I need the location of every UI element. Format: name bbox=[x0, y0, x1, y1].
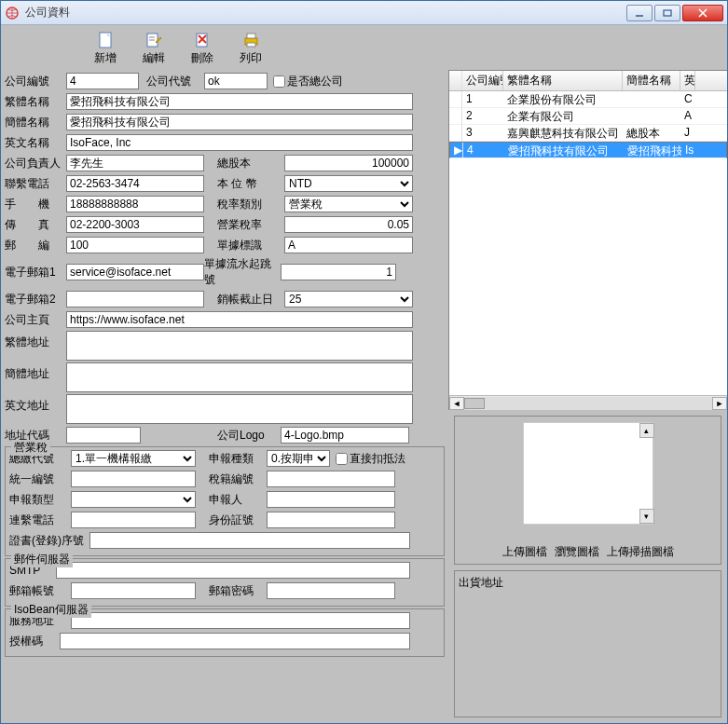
window-title: 公司資料 bbox=[25, 5, 626, 20]
cert-no-field[interactable] bbox=[89, 532, 410, 549]
group-mail-title: 郵件伺服器 bbox=[11, 552, 73, 567]
browse-image-button[interactable]: 瀏覽圖檔 bbox=[555, 544, 599, 560]
delete-button[interactable]: 刪除 bbox=[182, 30, 223, 66]
edit-button[interactable]: 編輯 bbox=[133, 30, 174, 66]
mail-acct-field[interactable] bbox=[71, 582, 196, 599]
company-table: 公司編號 繁體名稱 簡體名稱 英 1企業股份有限公司C2企業有限公司A3嘉興麒慧… bbox=[448, 70, 727, 410]
contact-phone-field[interactable] bbox=[71, 512, 196, 528]
report-type-select[interactable]: 0.按期申報 bbox=[267, 450, 330, 467]
sname-field[interactable] bbox=[66, 114, 413, 130]
app-icon bbox=[5, 6, 20, 20]
maximize-button[interactable] bbox=[654, 5, 680, 21]
label-homepage: 公司主頁 bbox=[5, 312, 62, 328]
preview-scroll-down-icon[interactable]: ▾ bbox=[639, 509, 654, 524]
image-preview-panel: ▴ ▾ 上傳圖檔 瀏覽圖檔 上傳掃描圖檔 bbox=[454, 416, 721, 565]
license-field[interactable] bbox=[60, 633, 410, 649]
saddr-area[interactable] bbox=[66, 362, 413, 392]
label-deduct: 直接扣抵法 bbox=[350, 451, 405, 467]
th-tname[interactable]: 繁體名稱 bbox=[503, 71, 623, 90]
th-sname[interactable]: 簡體名稱 bbox=[623, 71, 680, 90]
svc-addr-field[interactable] bbox=[71, 612, 410, 629]
addr-code-field[interactable] bbox=[66, 427, 141, 444]
tax-no-field[interactable] bbox=[267, 471, 395, 487]
deduct-checkbox[interactable] bbox=[336, 453, 348, 465]
scroll-left-icon[interactable]: ◄ bbox=[449, 397, 464, 410]
th-company-id[interactable]: 公司編號 bbox=[462, 71, 503, 90]
label-rpt-category: 申報類型 bbox=[9, 492, 67, 508]
is-head-checkbox[interactable] bbox=[273, 75, 285, 88]
scroll-right-icon[interactable]: ► bbox=[712, 397, 727, 410]
mail-pwd-field[interactable] bbox=[267, 582, 395, 599]
taddr-area[interactable] bbox=[66, 331, 413, 361]
ename-field[interactable] bbox=[66, 134, 413, 151]
minimize-button[interactable] bbox=[626, 5, 652, 21]
zip-field[interactable] bbox=[66, 237, 204, 253]
email2-field[interactable] bbox=[66, 291, 204, 307]
label-tax-type: 稅率類別 bbox=[217, 197, 281, 212]
agg-code-select[interactable]: 1.單一機構報繳 bbox=[71, 450, 196, 467]
id-no-field[interactable] bbox=[267, 512, 395, 528]
bill-start-field[interactable] bbox=[281, 264, 396, 280]
biz-tax-field[interactable] bbox=[284, 216, 413, 233]
label-biz-tax: 營業稅率 bbox=[217, 217, 281, 233]
phone-field[interactable] bbox=[66, 175, 204, 192]
bill-prefix-field[interactable] bbox=[284, 237, 413, 253]
logo-preview: ▴ ▾ bbox=[523, 422, 653, 525]
upload-image-button[interactable]: 上傳圖檔 bbox=[502, 544, 547, 560]
company-code-field[interactable] bbox=[204, 73, 268, 89]
scan-image-button[interactable]: 上傳掃描圖檔 bbox=[607, 544, 674, 560]
label-base-ccy: 本 位 幣 bbox=[217, 176, 281, 192]
logo-field[interactable] bbox=[281, 427, 409, 444]
close-button[interactable] bbox=[682, 5, 723, 21]
label-bill-prefix: 單據標識 bbox=[217, 238, 281, 253]
table-row[interactable]: ▶4愛招飛科技有限公司愛招飛科技有限Is bbox=[449, 142, 727, 158]
group-biz-tax-title: 營業稅 bbox=[11, 440, 50, 456]
label-taddr: 繁體地址 bbox=[5, 331, 62, 350]
label-logo: 公司Logo bbox=[217, 428, 277, 444]
add-button[interactable]: 新增 bbox=[85, 30, 126, 66]
print-button[interactable]: 列印 bbox=[230, 30, 271, 66]
tax-type-select[interactable]: 營業稅 bbox=[284, 196, 413, 212]
label-fax: 傳 真 bbox=[5, 217, 62, 233]
preview-scroll-up-icon[interactable]: ▴ bbox=[639, 423, 654, 438]
new-doc-icon bbox=[95, 30, 116, 50]
table-row[interactable]: 3嘉興麒慧科技有限公司總股本J bbox=[449, 125, 727, 142]
company-id-field[interactable] bbox=[66, 73, 139, 89]
label-company-code: 公司代號 bbox=[146, 74, 200, 89]
owner-field[interactable] bbox=[66, 155, 204, 171]
tname-field[interactable] bbox=[66, 93, 413, 110]
base-ccy-select[interactable]: NTD bbox=[284, 175, 413, 192]
close-day-select[interactable]: 25 bbox=[284, 291, 413, 307]
edit-label: 編輯 bbox=[143, 50, 165, 66]
label-contact-phone: 連繫電話 bbox=[9, 512, 67, 528]
print-label: 列印 bbox=[240, 50, 262, 66]
group-biz-tax: 營業稅 總繳代號 1.單一機構報繳 申報種類 0.按期申報 直接扣抵法 統一編號… bbox=[5, 446, 445, 556]
label-phone: 聯繫電話 bbox=[5, 176, 62, 192]
titlebar: 公司資料 bbox=[1, 1, 727, 25]
table-row[interactable]: 1企業股份有限公司C bbox=[449, 91, 727, 108]
homepage-field[interactable] bbox=[66, 311, 413, 328]
table-row[interactable]: 2企業有限公司A bbox=[449, 108, 727, 125]
delete-label: 刪除 bbox=[191, 50, 213, 66]
reporter-field[interactable] bbox=[267, 491, 395, 508]
label-unified-no: 統一編號 bbox=[9, 471, 67, 487]
th-ename[interactable]: 英 bbox=[680, 71, 695, 90]
capital-field[interactable] bbox=[284, 155, 413, 171]
rpt-category-select[interactable] bbox=[71, 491, 196, 508]
email1-field[interactable] bbox=[66, 264, 204, 280]
table-hscrollbar[interactable]: ◄ ► bbox=[449, 395, 727, 410]
label-report-type: 申報種類 bbox=[209, 451, 263, 467]
add-label: 新增 bbox=[94, 50, 117, 66]
mobile-field[interactable] bbox=[66, 196, 204, 212]
unified-no-field[interactable] bbox=[71, 471, 196, 487]
svg-rect-14 bbox=[247, 34, 255, 38]
eaddr-area[interactable] bbox=[66, 394, 413, 424]
svg-rect-15 bbox=[247, 43, 255, 47]
label-eaddr: 英文地址 bbox=[5, 394, 62, 414]
label-tname: 繁體名稱 bbox=[5, 94, 62, 110]
ship-addr-panel: 出貨地址 bbox=[454, 570, 721, 717]
fax-field[interactable] bbox=[66, 216, 204, 233]
print-icon bbox=[240, 30, 261, 50]
smtp-field[interactable] bbox=[56, 562, 410, 579]
scroll-thumb[interactable] bbox=[464, 398, 485, 409]
